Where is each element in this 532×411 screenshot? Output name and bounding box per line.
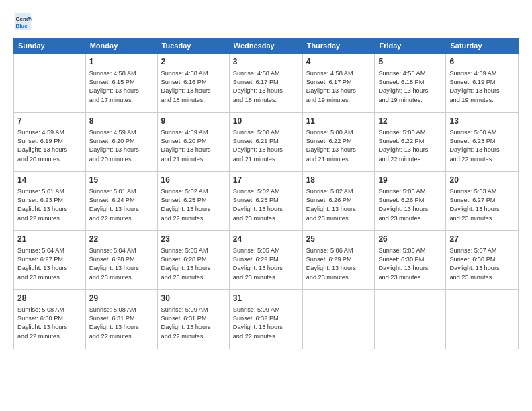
calendar-header-saturday: Saturday <box>446 38 519 54</box>
calendar-cell: 27Sunrise: 5:07 AM Sunset: 6:30 PM Dayli… <box>446 231 519 290</box>
calendar-cell: 25Sunrise: 5:06 AM Sunset: 6:29 PM Dayli… <box>302 231 375 290</box>
calendar-cell: 1Sunrise: 4:58 AM Sunset: 6:15 PM Daylig… <box>85 54 157 113</box>
calendar-header-wednesday: Wednesday <box>229 38 302 54</box>
header: General Blue <box>13 12 519 31</box>
calendar-cell: 21Sunrise: 5:04 AM Sunset: 6:27 PM Dayli… <box>14 231 86 290</box>
calendar-cell: 15Sunrise: 5:01 AM Sunset: 6:24 PM Dayli… <box>85 172 157 231</box>
page: General Blue SundayMondayTuesdayWednesda… <box>0 0 532 411</box>
cell-content: Sunrise: 5:09 AM Sunset: 6:32 PM Dayligh… <box>233 306 299 341</box>
cell-content: Sunrise: 5:03 AM Sunset: 6:27 PM Dayligh… <box>449 187 515 223</box>
calendar-header-monday: Monday <box>85 38 157 54</box>
calendar-cell <box>14 54 86 113</box>
day-number: 17 <box>233 175 299 186</box>
day-number: 13 <box>449 116 515 127</box>
calendar-cell: 14Sunrise: 5:01 AM Sunset: 6:23 PM Dayli… <box>14 172 86 231</box>
calendar-cell: 20Sunrise: 5:03 AM Sunset: 6:27 PM Dayli… <box>446 172 519 231</box>
day-number: 22 <box>89 234 154 245</box>
calendar-week-2: 7Sunrise: 4:59 AM Sunset: 6:19 PM Daylig… <box>14 113 519 172</box>
day-number: 20 <box>449 175 515 186</box>
calendar-cell: 3Sunrise: 4:58 AM Sunset: 6:17 PM Daylig… <box>229 54 302 113</box>
day-number: 16 <box>161 175 226 186</box>
calendar-cell: 12Sunrise: 5:00 AM Sunset: 6:22 PM Dayli… <box>375 113 446 172</box>
calendar-cell <box>302 290 375 349</box>
day-number: 9 <box>161 116 226 127</box>
cell-content: Sunrise: 5:01 AM Sunset: 6:24 PM Dayligh… <box>89 187 154 223</box>
calendar-header-row: SundayMondayTuesdayWednesdayThursdayFrid… <box>14 38 519 54</box>
cell-content: Sunrise: 5:00 AM Sunset: 6:21 PM Dayligh… <box>233 128 299 164</box>
day-number: 14 <box>17 175 82 186</box>
logo-icon: General Blue <box>13 12 32 31</box>
calendar-cell: 22Sunrise: 5:04 AM Sunset: 6:28 PM Dayli… <box>85 231 157 290</box>
calendar-cell <box>375 290 446 349</box>
calendar-week-5: 28Sunrise: 5:08 AM Sunset: 6:30 PM Dayli… <box>14 290 519 349</box>
day-number: 2 <box>161 56 226 68</box>
cell-content: Sunrise: 5:06 AM Sunset: 6:30 PM Dayligh… <box>378 246 442 282</box>
calendar-cell: 8Sunrise: 4:59 AM Sunset: 6:20 PM Daylig… <box>85 113 157 172</box>
calendar-cell: 6Sunrise: 4:59 AM Sunset: 6:19 PM Daylig… <box>446 54 519 113</box>
cell-content: Sunrise: 4:59 AM Sunset: 6:19 PM Dayligh… <box>17 128 82 164</box>
calendar-cell: 2Sunrise: 4:58 AM Sunset: 6:16 PM Daylig… <box>157 54 229 113</box>
calendar-week-1: 1Sunrise: 4:58 AM Sunset: 6:15 PM Daylig… <box>14 54 519 113</box>
calendar-cell: 24Sunrise: 5:05 AM Sunset: 6:29 PM Dayli… <box>229 231 302 290</box>
cell-content: Sunrise: 5:06 AM Sunset: 6:29 PM Dayligh… <box>306 246 371 282</box>
day-number: 7 <box>17 116 82 127</box>
day-number: 18 <box>306 175 371 186</box>
day-number: 4 <box>306 56 371 68</box>
calendar-cell: 13Sunrise: 5:00 AM Sunset: 6:23 PM Dayli… <box>446 113 519 172</box>
calendar-cell: 5Sunrise: 4:58 AM Sunset: 6:18 PM Daylig… <box>375 54 446 113</box>
calendar-header-friday: Friday <box>375 38 446 54</box>
cell-content: Sunrise: 4:59 AM Sunset: 6:20 PM Dayligh… <box>161 128 226 164</box>
day-number: 21 <box>17 234 82 245</box>
cell-content: Sunrise: 5:08 AM Sunset: 6:31 PM Dayligh… <box>89 306 154 341</box>
calendar-cell: 18Sunrise: 5:02 AM Sunset: 6:26 PM Dayli… <box>302 172 375 231</box>
cell-content: Sunrise: 5:01 AM Sunset: 6:23 PM Dayligh… <box>17 187 82 223</box>
cell-content: Sunrise: 5:05 AM Sunset: 6:29 PM Dayligh… <box>233 246 299 282</box>
day-number: 23 <box>161 234 226 245</box>
day-number: 11 <box>306 116 371 127</box>
calendar-cell: 31Sunrise: 5:09 AM Sunset: 6:32 PM Dayli… <box>229 290 302 349</box>
calendar-week-3: 14Sunrise: 5:01 AM Sunset: 6:23 PM Dayli… <box>14 172 519 231</box>
svg-text:Blue: Blue <box>16 23 28 29</box>
day-number: 1 <box>89 56 154 68</box>
day-number: 8 <box>89 116 154 127</box>
calendar-cell: 17Sunrise: 5:02 AM Sunset: 6:25 PM Dayli… <box>229 172 302 231</box>
logo: General Blue <box>13 12 35 31</box>
calendar-cell: 4Sunrise: 4:58 AM Sunset: 6:17 PM Daylig… <box>302 54 375 113</box>
day-number: 25 <box>306 234 371 245</box>
cell-content: Sunrise: 4:58 AM Sunset: 6:15 PM Dayligh… <box>89 69 154 105</box>
calendar-cell: 28Sunrise: 5:08 AM Sunset: 6:30 PM Dayli… <box>14 290 86 349</box>
calendar-header-tuesday: Tuesday <box>157 38 229 54</box>
cell-content: Sunrise: 5:02 AM Sunset: 6:25 PM Dayligh… <box>161 187 226 223</box>
cell-content: Sunrise: 4:58 AM Sunset: 6:18 PM Dayligh… <box>378 69 442 105</box>
day-number: 30 <box>161 293 226 304</box>
calendar-cell: 16Sunrise: 5:02 AM Sunset: 6:25 PM Dayli… <box>157 172 229 231</box>
cell-content: Sunrise: 5:05 AM Sunset: 6:28 PM Dayligh… <box>161 246 226 282</box>
day-number: 27 <box>449 234 515 245</box>
cell-content: Sunrise: 5:00 AM Sunset: 6:22 PM Dayligh… <box>378 128 442 164</box>
calendar-cell: 9Sunrise: 4:59 AM Sunset: 6:20 PM Daylig… <box>157 113 229 172</box>
cell-content: Sunrise: 5:08 AM Sunset: 6:30 PM Dayligh… <box>17 306 82 341</box>
calendar-week-4: 21Sunrise: 5:04 AM Sunset: 6:27 PM Dayli… <box>14 231 519 290</box>
day-number: 5 <box>378 56 442 68</box>
cell-content: Sunrise: 5:04 AM Sunset: 6:28 PM Dayligh… <box>89 246 154 282</box>
day-number: 28 <box>17 293 82 304</box>
cell-content: Sunrise: 5:09 AM Sunset: 6:31 PM Dayligh… <box>161 306 226 341</box>
day-number: 26 <box>378 234 442 245</box>
calendar-cell: 23Sunrise: 5:05 AM Sunset: 6:28 PM Dayli… <box>157 231 229 290</box>
cell-content: Sunrise: 5:00 AM Sunset: 6:22 PM Dayligh… <box>306 128 371 164</box>
calendar-cell: 26Sunrise: 5:06 AM Sunset: 6:30 PM Dayli… <box>375 231 446 290</box>
calendar-cell <box>446 290 519 349</box>
day-number: 24 <box>233 234 299 245</box>
day-number: 10 <box>233 116 299 127</box>
cell-content: Sunrise: 5:04 AM Sunset: 6:27 PM Dayligh… <box>17 246 82 282</box>
cell-content: Sunrise: 4:59 AM Sunset: 6:19 PM Dayligh… <box>449 69 515 105</box>
calendar-cell: 7Sunrise: 4:59 AM Sunset: 6:19 PM Daylig… <box>14 113 86 172</box>
calendar-cell: 11Sunrise: 5:00 AM Sunset: 6:22 PM Dayli… <box>302 113 375 172</box>
day-number: 31 <box>233 293 299 304</box>
cell-content: Sunrise: 4:59 AM Sunset: 6:20 PM Dayligh… <box>89 128 154 164</box>
cell-content: Sunrise: 4:58 AM Sunset: 6:17 PM Dayligh… <box>233 69 299 105</box>
cell-content: Sunrise: 5:02 AM Sunset: 6:25 PM Dayligh… <box>233 187 299 223</box>
cell-content: Sunrise: 4:58 AM Sunset: 6:16 PM Dayligh… <box>161 69 226 105</box>
cell-content: Sunrise: 5:02 AM Sunset: 6:26 PM Dayligh… <box>306 187 371 223</box>
day-number: 29 <box>89 293 154 304</box>
